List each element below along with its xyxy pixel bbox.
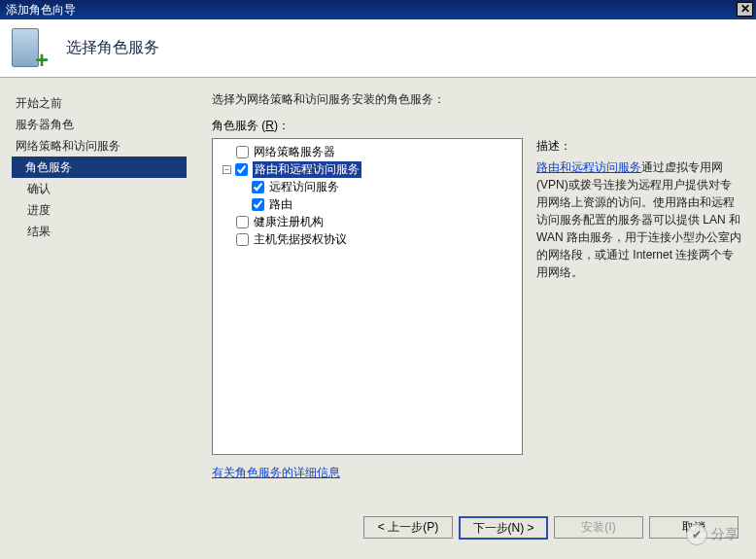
tree-item-label: 路由和远程访问服务 [253,161,361,178]
step-results[interactable]: 结果 [14,221,194,242]
step-role-services[interactable]: 角色服务 [12,157,187,178]
page-title: 选择角色服务 [66,38,159,58]
tree-item-label: 网络策略服务器 [254,144,335,160]
wizard-content: 选择为网络策略和访问服务安装的角色服务： 角色服务 (R)： 网络策略服务器 −… [194,78,756,496]
instruction-text: 选择为网络策略和访问服务安装的角色服务： [212,91,746,108]
more-info-link[interactable]: 有关角色服务的详细信息 [212,466,340,479]
tree-item-label: 远程访问服务 [269,179,339,195]
checkbox-rras[interactable] [235,163,248,176]
step-server-roles[interactable]: 服务器角色 [14,114,194,135]
tree-item-label: 路由 [269,196,292,213]
tree-item-remote-access[interactable]: 远程访问服务 [215,178,520,195]
tree-item-hra[interactable]: 健康注册机构 [215,213,520,230]
window-title: 添加角色向导 [6,0,76,19]
description-title: 描述： [536,138,742,155]
description-panel: 描述： 路由和远程访问服务通过虚拟专用网(VPN)或拨号连接为远程用户提供对专用… [534,138,746,455]
wizard-body: 开始之前 服务器角色 网络策略和访问服务 角色服务 确认 进度 结果 选择为网络… [0,78,756,496]
description-body: 通过虚拟专用网(VPN)或拨号连接为远程用户提供对专用网络上资源的访问。使用路由… [536,160,741,279]
checkbox-remote-access[interactable] [252,181,264,193]
wizard-steps: 开始之前 服务器角色 网络策略和访问服务 角色服务 确认 进度 结果 [0,78,194,496]
wizard-icon: + [12,28,49,69]
wizard-buttons: < 上一步(P) 下一步(N) > 安装(I) 取消 [363,516,739,540]
checkbox-hra[interactable] [236,216,249,228]
description-link[interactable]: 路由和远程访问服务 [536,160,641,174]
watermark-text: 分享 [711,526,739,543]
wizard-header: + 选择角色服务 [0,19,756,78]
step-before-you-begin[interactable]: 开始之前 [14,92,194,114]
roles-label: 角色服务 (R)： [212,118,746,134]
checkbox-hcap[interactable] [236,233,249,246]
title-bar: 添加角色向导 ✕ [0,0,756,19]
install-button: 安装(I) [554,516,643,539]
step-npas[interactable]: 网络策略和访问服务 [14,135,194,157]
tree-item-label: 健康注册机构 [254,214,324,230]
tree-item-rras[interactable]: − 路由和远程访问服务 [215,160,520,178]
next-button[interactable]: 下一步(N) > [459,516,548,540]
step-progress[interactable]: 进度 [14,199,194,221]
role-services-tree[interactable]: 网络策略服务器 − 路由和远程访问服务 远程访问服务 路由 [212,138,523,455]
tree-item-hcap[interactable]: 主机凭据授权协议 [215,230,520,248]
checkbox-nps[interactable] [236,146,249,158]
watermark: ✔ 分享 [686,524,739,545]
tree-item-nps[interactable]: 网络策略服务器 [215,143,520,160]
tree-collapse-icon[interactable]: − [223,165,231,174]
step-confirmation[interactable]: 确认 [14,178,194,199]
close-button[interactable]: ✕ [737,2,753,17]
tree-item-label: 主机凭据授权协议 [254,231,347,248]
back-button[interactable]: < 上一步(P) [363,516,453,539]
tree-item-routing[interactable]: 路由 [215,195,520,213]
description-text: 路由和远程访问服务通过虚拟专用网(VPN)或拨号连接为远程用户提供对专用网络上资… [536,158,742,281]
checkbox-routing[interactable] [252,198,264,211]
wechat-icon: ✔ [686,524,707,545]
